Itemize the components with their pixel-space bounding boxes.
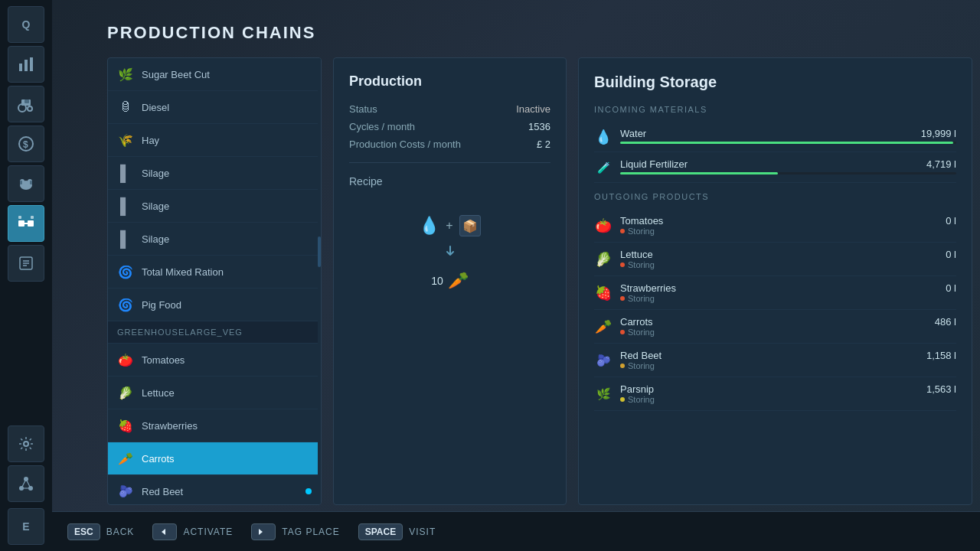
carrots-status: Storing bbox=[620, 328, 956, 337]
chains-list[interactable]: 🌿 Sugar Beet Cut 🛢 Diesel 🌾 Hay ▌ Silage… bbox=[108, 58, 321, 504]
diesel-icon: 🛢 bbox=[117, 99, 134, 116]
sidebar-btn-settings[interactable] bbox=[8, 425, 44, 462]
list-item[interactable]: 🛢 Diesel bbox=[108, 91, 321, 124]
list-item-carrots[interactable]: 🥕 Carrots bbox=[108, 442, 321, 475]
list-item[interactable]: 🍓 Strawberries bbox=[108, 409, 321, 442]
sugar-beet-cut-icon: 🌿 bbox=[117, 66, 134, 83]
sidebar-btn-q[interactable]: Q bbox=[8, 6, 44, 43]
sidebar-btn-animals[interactable] bbox=[8, 165, 44, 202]
parsnip-status-label: Storing bbox=[628, 395, 655, 404]
list-item[interactable]: 🍅 Tomatoes bbox=[108, 344, 321, 377]
list-item[interactable]: 🌀 Total Mixed Ration bbox=[108, 256, 321, 289]
back-label: BACK bbox=[106, 527, 135, 537]
carrots-status-label: Storing bbox=[628, 328, 655, 337]
recipe-area: 💧 + 📦 10 🥕 bbox=[349, 200, 550, 306]
visit-button[interactable]: SPACE VISIT bbox=[358, 523, 436, 540]
tomatoes-label: Tomatoes bbox=[620, 215, 663, 227]
list-item[interactable]: ▌ Silage bbox=[108, 223, 321, 256]
svg-rect-6 bbox=[24, 99, 29, 103]
list-item[interactable]: ▌ Silage bbox=[108, 190, 321, 223]
parsnip-storage-label: Parsnip bbox=[620, 383, 654, 395]
lettuce-name-row: Lettuce 0 l bbox=[620, 249, 956, 260]
lettuce-storage-icon: 🥬 bbox=[594, 251, 612, 268]
red-beet-notification-dot bbox=[305, 488, 312, 494]
silage1-icon: ▌ bbox=[117, 165, 134, 181]
chains-scrollbar[interactable] bbox=[318, 58, 321, 504]
strawberries-storage-info: Strawberries 0 l Storing bbox=[620, 282, 956, 303]
storage-panel: Building Storage INCOMING MATERIALS 💧 Wa… bbox=[578, 57, 972, 505]
list-item[interactable]: 🌾 Hay bbox=[108, 124, 321, 157]
silage3-icon: ▌ bbox=[117, 230, 134, 247]
list-item-red-beet[interactable]: 🫐 Red Beet bbox=[108, 475, 321, 504]
carrots-name-row: Carrots 486 l bbox=[620, 316, 956, 328]
parsnip-storage-amount: 1,563 l bbox=[926, 383, 956, 395]
svg-text:$: $ bbox=[23, 139, 28, 150]
carrots-storage-label: Carrots bbox=[620, 316, 653, 328]
svg-rect-18 bbox=[31, 216, 34, 219]
red-beet-status-dot bbox=[620, 364, 625, 368]
sidebar-btn-nodes[interactable] bbox=[8, 465, 44, 502]
carrots-storage-icon: 🥕 bbox=[594, 318, 612, 335]
chain-item-label: Diesel bbox=[142, 102, 312, 113]
recipe-arrow bbox=[443, 244, 458, 263]
strawberries-icon: 🍓 bbox=[117, 417, 134, 434]
red-beet-storage-label: Red Beet bbox=[620, 350, 662, 361]
red-beet-icon: 🫐 bbox=[117, 483, 134, 500]
liquid-fertilizer-icon: 🧪 bbox=[594, 161, 612, 174]
outgoing-products-header: OUTGOING PRODUCTS bbox=[594, 192, 956, 201]
lettuce-status: Storing bbox=[620, 260, 956, 269]
carrots-status-dot bbox=[620, 330, 625, 334]
svg-rect-1 bbox=[24, 60, 28, 71]
greenhouse-label: GREENHOUSELARGE_VEG bbox=[117, 328, 243, 337]
strawberries-storage-icon: 🍓 bbox=[594, 285, 612, 302]
lettuce-status-dot bbox=[620, 262, 625, 267]
activate-button[interactable]: ACTIVATE bbox=[152, 523, 233, 540]
svg-rect-2 bbox=[30, 57, 33, 71]
tomatoes-status-dot bbox=[620, 229, 625, 233]
svg-rect-13 bbox=[30, 181, 32, 184]
sidebar-btn-chart[interactable] bbox=[8, 46, 44, 83]
greenhouse-category-header: GREENHOUSELARGE_VEG bbox=[108, 321, 321, 344]
strawberries-status: Storing bbox=[620, 294, 956, 303]
chain-item-label: Total Mixed Ration bbox=[142, 266, 312, 278]
list-item[interactable]: ▌ Silage bbox=[108, 157, 321, 190]
parsnip-status-dot bbox=[620, 397, 625, 402]
chains-panel: 🌿 Sugar Beet Cut 🛢 Diesel 🌾 Hay ▌ Silage… bbox=[107, 57, 322, 505]
chain-item-label: Hay bbox=[142, 135, 312, 146]
sidebar-btn-tasks[interactable] bbox=[8, 245, 44, 282]
carrot-output-icon: 🥕 bbox=[448, 271, 469, 291]
back-button[interactable]: ESC BACK bbox=[67, 523, 134, 540]
tomatoes-storage-info: Tomatoes 0 l Storing bbox=[620, 215, 956, 236]
chain-item-label: Silage bbox=[142, 233, 312, 245]
sidebar-btn-economy[interactable]: $ bbox=[8, 126, 44, 162]
storage-item-water: 💧 Water 19,999 l bbox=[594, 122, 956, 152]
water-progress-container bbox=[620, 142, 956, 144]
space-key: SPACE bbox=[358, 523, 403, 540]
svg-rect-15 bbox=[28, 220, 34, 227]
silage2-icon: ▌ bbox=[117, 197, 134, 214]
tomatoes-icon: 🍅 bbox=[117, 351, 134, 368]
sidebar-btn-production[interactable] bbox=[8, 205, 44, 242]
strawberries-status-label: Storing bbox=[628, 294, 655, 303]
recipe-title: Recipe bbox=[349, 175, 550, 187]
tomatoes-storage-icon: 🍅 bbox=[594, 217, 612, 234]
red-beet-storage-amount: 1,158 l bbox=[926, 350, 956, 361]
list-item[interactable]: 🌀 Pig Food bbox=[108, 289, 321, 321]
parsnip-status: Storing bbox=[620, 395, 956, 404]
water-recipe-icon: 💧 bbox=[419, 216, 439, 236]
liquid-fertilizer-info: Liquid Fertilizer 4,719 l bbox=[620, 158, 956, 176]
liquid-fertilizer-amount: 4,719 l bbox=[926, 158, 956, 170]
status-label: Status bbox=[349, 103, 377, 115]
page-title: PRODUCTION CHAINS bbox=[107, 23, 315, 43]
output-amount: 10 bbox=[431, 275, 443, 287]
plus-symbol: + bbox=[446, 219, 452, 233]
sidebar-btn-e[interactable]: E bbox=[8, 508, 44, 545]
tag-place-button[interactable]: TAG PLACE bbox=[251, 523, 339, 540]
list-item[interactable]: 🥬 Lettuce bbox=[108, 377, 321, 409]
list-item[interactable]: 🌿 Sugar Beet Cut bbox=[108, 58, 321, 91]
esc-key: ESC bbox=[67, 523, 100, 540]
sidebar: Q $ bbox=[0, 0, 52, 551]
storage-item-liquid-fertilizer: 🧪 Liquid Fertilizer 4,719 l bbox=[594, 152, 956, 183]
recipe-inputs-row: 💧 + 📦 bbox=[419, 215, 480, 236]
sidebar-btn-tractor[interactable] bbox=[8, 86, 44, 122]
